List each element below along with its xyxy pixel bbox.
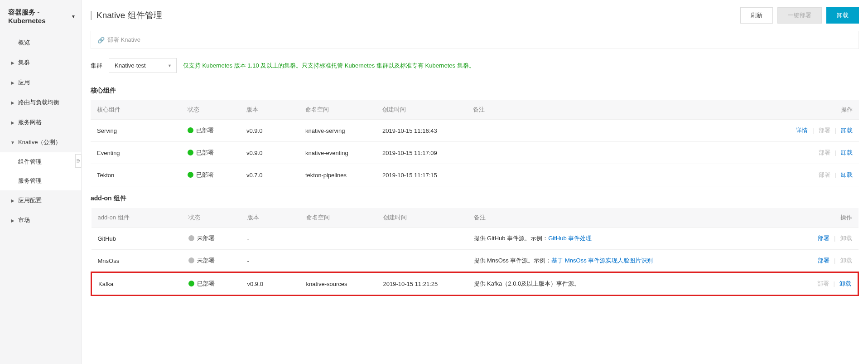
cell-namespace: tekton-pipelines xyxy=(299,164,376,186)
th-status: 状态 xyxy=(182,208,241,228)
chevron-right-icon: ▶ xyxy=(10,80,15,85)
uninstall-link[interactable]: 卸载 xyxy=(839,280,851,287)
separator: | xyxy=(835,127,836,134)
uninstall-link[interactable]: 卸载 xyxy=(841,149,853,156)
sidebar-collapse-button[interactable] xyxy=(75,154,82,168)
nav-sub-item[interactable]: 服务管理 xyxy=(0,171,81,190)
separator: | xyxy=(834,280,835,287)
status-text: 已部署 xyxy=(196,149,214,156)
status-dot-icon xyxy=(188,150,193,155)
breadcrumb-text: 部署 Knative xyxy=(107,36,140,44)
cell-note xyxy=(467,164,777,186)
nav-sub-item[interactable]: 组件管理 xyxy=(0,152,81,171)
nav-item[interactable]: ▶集群 xyxy=(0,53,81,73)
addon-section-title: add-on 组件 xyxy=(91,194,859,203)
status-text: 已部署 xyxy=(197,280,215,287)
cluster-label: 集群 xyxy=(91,62,102,70)
core-table-header-row: 核心组件 状态 版本 命名空间 创建时间 备注 操作 xyxy=(91,100,859,120)
deploy-link[interactable]: 部署 xyxy=(817,280,829,287)
th-version: 版本 xyxy=(241,208,300,228)
cell-actions: 部署|卸载 xyxy=(777,164,859,186)
collapse-icon xyxy=(76,159,81,163)
chevron-right-icon: ▶ xyxy=(10,198,15,203)
nav-item[interactable]: ▼Knative（公测） xyxy=(0,132,81,152)
th-create-time: 创建时间 xyxy=(376,100,467,120)
status-dot-icon xyxy=(188,127,193,133)
page-header: Knative 组件管理 刷新 一键部署 卸载 xyxy=(91,7,859,31)
note-link[interactable]: GitHub 事件处理 xyxy=(548,235,592,242)
nav-item[interactable]: ▶路由与负载均衡 xyxy=(0,92,81,112)
sidebar-title-text: 容器服务 - Kubernetes xyxy=(8,8,69,24)
status-text: 未部署 xyxy=(197,235,215,242)
uninstall-link[interactable]: 卸载 xyxy=(840,257,852,264)
uninstall-link[interactable]: 卸载 xyxy=(840,235,852,242)
cluster-select-display: Knative-test xyxy=(109,58,177,73)
deploy-link[interactable]: 部署 xyxy=(819,149,830,156)
note-prefix: 提供 MnsOss 事件源。示例： xyxy=(474,257,552,264)
nav-item-label: Knative（公测） xyxy=(18,138,61,146)
separator: | xyxy=(835,171,836,178)
deploy-link[interactable]: 部署 xyxy=(819,127,830,134)
breadcrumb[interactable]: 🔗 部署 Knative xyxy=(91,31,859,49)
separator: | xyxy=(812,127,814,134)
title-bar-icon xyxy=(91,11,92,20)
uninstall-link[interactable]: 卸载 xyxy=(841,127,853,134)
nav-item[interactable]: ▶概览 xyxy=(0,33,81,53)
th-status: 状态 xyxy=(181,100,240,120)
cell-name: MnsOss xyxy=(92,250,182,272)
status-text: 已部署 xyxy=(196,171,214,178)
cluster-select[interactable]: Knative-test xyxy=(109,58,177,73)
th-namespace: 命名空间 xyxy=(299,100,376,120)
cell-status: 未部署 xyxy=(182,250,241,272)
core-section-title: 核心组件 xyxy=(91,87,859,95)
note-prefix: 提供 GitHub 事件源。示例： xyxy=(474,235,549,242)
sidebar-title[interactable]: 容器服务 - Kubernetes ▼ xyxy=(0,0,81,33)
nav-item-label: 应用配置 xyxy=(18,196,42,204)
nav-item[interactable]: ▶服务网格 xyxy=(0,112,81,132)
cell-namespace xyxy=(300,250,377,272)
cell-status: 已部署 xyxy=(181,164,240,186)
deploy-link[interactable]: 部署 xyxy=(819,171,830,178)
nav-item-label: 概览 xyxy=(18,39,30,47)
th-name: 核心组件 xyxy=(91,100,181,120)
cell-namespace xyxy=(300,228,377,250)
cell-version: v0.9.0 xyxy=(241,272,300,296)
page-title-wrap: Knative 组件管理 xyxy=(91,10,162,21)
addon-table: add-on 组件 状态 版本 命名空间 创建时间 备注 操作 GitHub未部… xyxy=(91,208,859,296)
core-table: 核心组件 状态 版本 命名空间 创建时间 备注 操作 Serving已部署v0.… xyxy=(91,100,859,186)
cell-namespace: knative-serving xyxy=(299,120,376,142)
cell-create-time xyxy=(377,228,468,250)
note-link[interactable]: 基于 MnsOss 事件源实现人脸图片识别 xyxy=(551,257,653,264)
cell-actions: 部署|卸载 xyxy=(777,272,858,296)
status-text: 未部署 xyxy=(197,257,215,264)
cell-note: 提供 MnsOss 事件源。示例：基于 MnsOss 事件源实现人脸图片识别 xyxy=(468,250,777,272)
deploy-link[interactable]: 部署 xyxy=(818,235,829,242)
deploy-all-button[interactable]: 一键部署 xyxy=(777,7,822,24)
detail-link[interactable]: 详情 xyxy=(796,127,808,134)
cell-actions: 部署|卸载 xyxy=(777,142,859,164)
cell-version: v0.7.0 xyxy=(240,164,299,186)
deploy-link[interactable]: 部署 xyxy=(818,257,829,264)
separator: | xyxy=(834,257,835,264)
nav-item[interactable]: ▶市场 xyxy=(0,210,81,230)
uninstall-all-button[interactable]: 卸载 xyxy=(826,7,859,24)
separator: | xyxy=(835,149,836,156)
nav-item[interactable]: ▶应用 xyxy=(0,73,81,92)
table-row: Eventing已部署v0.9.0knative-eventing2019-10… xyxy=(91,142,859,164)
separator: | xyxy=(834,235,835,242)
cell-actions: 部署|卸载 xyxy=(777,250,858,272)
header-actions: 刷新 一键部署 卸载 xyxy=(740,7,859,24)
table-row: Serving已部署v0.9.0knative-serving2019-10-1… xyxy=(91,120,859,142)
th-action: 操作 xyxy=(777,100,859,120)
nav-item[interactable]: ▶应用配置 xyxy=(0,190,81,210)
cell-version: - xyxy=(241,228,300,250)
page-title: Knative 组件管理 xyxy=(96,10,162,21)
refresh-button[interactable]: 刷新 xyxy=(740,7,773,24)
cell-version: v0.9.0 xyxy=(240,120,299,142)
cell-status: 已部署 xyxy=(182,272,241,296)
uninstall-link[interactable]: 卸载 xyxy=(841,171,853,178)
addon-table-header-row: add-on 组件 状态 版本 命名空间 创建时间 备注 操作 xyxy=(92,208,858,228)
table-row: MnsOss未部署-提供 MnsOss 事件源。示例：基于 MnsOss 事件源… xyxy=(92,250,858,272)
th-version: 版本 xyxy=(240,100,299,120)
chevron-right-icon: ▶ xyxy=(10,120,15,125)
